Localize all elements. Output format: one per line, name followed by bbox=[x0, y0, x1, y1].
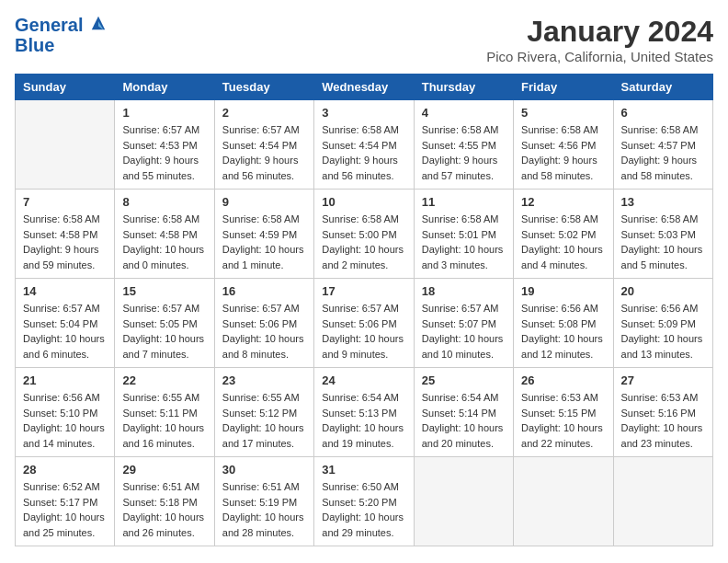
daylight-label: Daylight: 9 hours and 58 minutes. bbox=[521, 155, 597, 181]
day-number: 13 bbox=[621, 195, 705, 209]
week-row-1: 1Sunrise: 6:57 AMSunset: 4:53 PMDaylight… bbox=[16, 100, 713, 190]
title-area: January 2024 Pico Rivera, California, Un… bbox=[486, 15, 713, 64]
sunset-label: Sunset: 4:58 PM bbox=[23, 229, 97, 240]
cell-info: Sunrise: 6:58 AMSunset: 5:01 PMDaylight:… bbox=[422, 212, 506, 272]
sunrise-label: Sunrise: 6:52 AM bbox=[23, 481, 100, 492]
cell-info: Sunrise: 6:58 AMSunset: 5:03 PMDaylight:… bbox=[621, 212, 705, 272]
daylight-label: Daylight: 10 hours and 16 minutes. bbox=[122, 422, 204, 449]
calendar-cell: 13Sunrise: 6:58 AMSunset: 5:03 PMDayligh… bbox=[613, 190, 712, 279]
sunrise-label: Sunrise: 6:55 AM bbox=[122, 392, 199, 403]
cell-info: Sunrise: 6:57 AMSunset: 5:06 PMDaylight:… bbox=[222, 301, 306, 362]
sunrise-label: Sunrise: 6:51 AM bbox=[122, 481, 199, 492]
day-number: 25 bbox=[422, 373, 506, 387]
calendar-cell bbox=[613, 457, 712, 546]
cell-info: Sunrise: 6:58 AMSunset: 5:02 PMDaylight:… bbox=[521, 212, 605, 272]
day-number: 22 bbox=[122, 373, 206, 387]
week-row-4: 21Sunrise: 6:56 AMSunset: 5:10 PMDayligh… bbox=[16, 368, 713, 457]
sunset-label: Sunset: 5:13 PM bbox=[322, 408, 396, 419]
calendar-cell: 6Sunrise: 6:58 AMSunset: 4:57 PMDaylight… bbox=[613, 100, 712, 190]
daylight-label: Daylight: 10 hours and 13 minutes. bbox=[621, 333, 703, 360]
sunset-label: Sunset: 5:11 PM bbox=[122, 408, 197, 419]
calendar-cell: 30Sunrise: 6:51 AMSunset: 5:19 PMDayligh… bbox=[214, 457, 313, 546]
daylight-label: Daylight: 10 hours and 2 minutes. bbox=[322, 244, 404, 270]
calendar-cell: 22Sunrise: 6:55 AMSunset: 5:11 PMDayligh… bbox=[115, 368, 214, 457]
daylight-label: Daylight: 10 hours and 28 minutes. bbox=[222, 511, 304, 538]
day-number: 28 bbox=[23, 463, 107, 477]
sunset-label: Sunset: 5:07 PM bbox=[422, 318, 496, 329]
cell-info: Sunrise: 6:54 AMSunset: 5:13 PMDaylight:… bbox=[322, 390, 405, 451]
daylight-label: Daylight: 9 hours and 55 minutes. bbox=[122, 155, 199, 181]
sunset-label: Sunset: 4:54 PM bbox=[222, 140, 297, 151]
daylight-label: Daylight: 10 hours and 22 minutes. bbox=[521, 422, 603, 449]
sunset-label: Sunset: 5:06 PM bbox=[222, 318, 297, 329]
sunset-label: Sunset: 5:19 PM bbox=[222, 497, 297, 508]
sunset-label: Sunset: 5:01 PM bbox=[422, 229, 496, 240]
day-number: 31 bbox=[322, 463, 405, 477]
day-number: 14 bbox=[23, 284, 107, 298]
sunset-label: Sunset: 4:53 PM bbox=[122, 140, 197, 151]
calendar-cell: 9Sunrise: 6:58 AMSunset: 4:59 PMDaylight… bbox=[214, 190, 313, 279]
calendar-cell: 25Sunrise: 6:54 AMSunset: 5:14 PMDayligh… bbox=[414, 368, 513, 457]
daylight-label: Daylight: 9 hours and 58 minutes. bbox=[621, 155, 698, 181]
day-number: 1 bbox=[122, 106, 206, 120]
cell-info: Sunrise: 6:52 AMSunset: 5:17 PMDaylight:… bbox=[23, 479, 107, 540]
cell-info: Sunrise: 6:56 AMSunset: 5:09 PMDaylight:… bbox=[621, 301, 705, 362]
cell-info: Sunrise: 6:58 AMSunset: 4:58 PMDaylight:… bbox=[23, 212, 107, 272]
sunset-label: Sunset: 5:03 PM bbox=[621, 229, 696, 240]
cell-info: Sunrise: 6:58 AMSunset: 4:56 PMDaylight:… bbox=[521, 122, 605, 183]
daylight-label: Daylight: 10 hours and 17 minutes. bbox=[222, 422, 304, 449]
day-number: 12 bbox=[521, 195, 605, 209]
sunrise-label: Sunrise: 6:55 AM bbox=[222, 392, 300, 403]
day-number: 6 bbox=[621, 106, 705, 120]
sunrise-label: Sunrise: 6:57 AM bbox=[322, 303, 399, 314]
calendar-cell: 28Sunrise: 6:52 AMSunset: 5:17 PMDayligh… bbox=[16, 457, 115, 546]
sunrise-label: Sunrise: 6:58 AM bbox=[422, 213, 499, 224]
calendar-cell: 1Sunrise: 6:57 AMSunset: 4:53 PMDaylight… bbox=[115, 100, 214, 190]
sunset-label: Sunset: 4:55 PM bbox=[422, 140, 496, 151]
day-number: 4 bbox=[422, 106, 506, 120]
sunrise-label: Sunrise: 6:57 AM bbox=[122, 124, 199, 135]
sunset-label: Sunset: 5:15 PM bbox=[521, 408, 596, 419]
day-number: 20 bbox=[621, 284, 705, 298]
daylight-label: Daylight: 10 hours and 20 minutes. bbox=[422, 422, 504, 449]
day-number: 15 bbox=[122, 284, 206, 298]
sunrise-label: Sunrise: 6:53 AM bbox=[621, 392, 699, 403]
day-number: 2 bbox=[222, 106, 306, 120]
cell-info: Sunrise: 6:51 AMSunset: 5:18 PMDaylight:… bbox=[122, 479, 206, 540]
sunrise-label: Sunrise: 6:56 AM bbox=[521, 303, 598, 314]
day-number: 18 bbox=[422, 284, 506, 298]
calendar-cell: 16Sunrise: 6:57 AMSunset: 5:06 PMDayligh… bbox=[214, 279, 313, 368]
sunrise-label: Sunrise: 6:58 AM bbox=[521, 213, 598, 224]
daylight-label: Daylight: 10 hours and 14 minutes. bbox=[23, 422, 105, 449]
day-number: 27 bbox=[621, 373, 705, 387]
daylight-label: Daylight: 10 hours and 9 minutes. bbox=[322, 333, 404, 360]
cell-info: Sunrise: 6:57 AMSunset: 4:53 PMDaylight:… bbox=[122, 122, 206, 183]
sunrise-label: Sunrise: 6:53 AM bbox=[521, 392, 598, 403]
logo-line1: General bbox=[15, 15, 83, 35]
cell-info: Sunrise: 6:55 AMSunset: 5:11 PMDaylight:… bbox=[122, 390, 206, 451]
day-number: 10 bbox=[322, 195, 405, 209]
day-number: 23 bbox=[222, 373, 306, 387]
logo-line2: Blue bbox=[15, 35, 107, 55]
day-header-saturday: Saturday bbox=[613, 75, 712, 100]
day-header-thursday: Thursday bbox=[414, 75, 513, 100]
day-number: 26 bbox=[521, 373, 605, 387]
day-header-sunday: Sunday bbox=[16, 75, 115, 100]
calendar-cell: 14Sunrise: 6:57 AMSunset: 5:04 PMDayligh… bbox=[16, 279, 115, 368]
cell-info: Sunrise: 6:57 AMSunset: 5:05 PMDaylight:… bbox=[122, 301, 206, 362]
day-number: 19 bbox=[521, 284, 605, 298]
daylight-label: Daylight: 10 hours and 10 minutes. bbox=[422, 333, 504, 360]
calendar-cell: 24Sunrise: 6:54 AMSunset: 5:13 PMDayligh… bbox=[314, 368, 414, 457]
sunrise-label: Sunrise: 6:57 AM bbox=[422, 303, 499, 314]
sunrise-label: Sunrise: 6:51 AM bbox=[222, 481, 300, 492]
calendar-cell bbox=[414, 457, 513, 546]
daylight-label: Daylight: 10 hours and 8 minutes. bbox=[222, 333, 304, 360]
sunset-label: Sunset: 5:09 PM bbox=[621, 318, 696, 329]
cell-info: Sunrise: 6:57 AMSunset: 5:07 PMDaylight:… bbox=[422, 301, 506, 362]
sunset-label: Sunset: 5:10 PM bbox=[23, 408, 97, 419]
cell-info: Sunrise: 6:53 AMSunset: 5:15 PMDaylight:… bbox=[521, 390, 605, 451]
daylight-label: Daylight: 10 hours and 29 minutes. bbox=[322, 511, 404, 538]
daylight-label: Daylight: 10 hours and 12 minutes. bbox=[521, 333, 603, 360]
calendar-cell: 27Sunrise: 6:53 AMSunset: 5:16 PMDayligh… bbox=[613, 368, 712, 457]
day-number: 30 bbox=[222, 463, 306, 477]
